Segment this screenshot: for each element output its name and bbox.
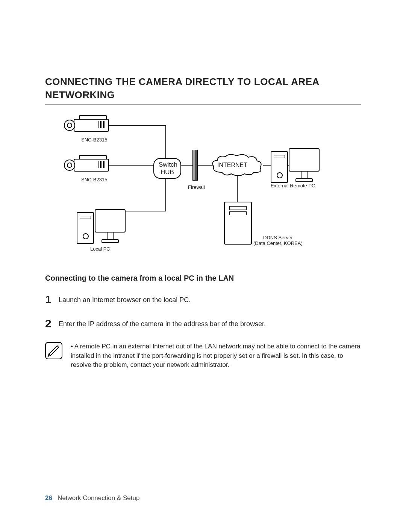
sub-heading: Connecting to the camera from a local PC… — [45, 274, 361, 283]
camera-icon — [64, 115, 109, 134]
topology-diagram: Switch HUB INTERNET SNC-B2315 SNC-B2315 … — [60, 112, 316, 255]
footer-section: Network Connection & Setup — [56, 494, 139, 502]
local-pc-icon — [77, 209, 126, 243]
ddns-server-icon — [224, 202, 252, 245]
title-divider — [45, 104, 361, 105]
page-number: 26 — [45, 494, 52, 502]
step-number: 1 — [45, 294, 59, 305]
external-pc-label: External Remote PC — [271, 183, 315, 188]
camera-label: SNC-B2315 — [81, 137, 107, 143]
external-pc-icon — [271, 148, 320, 182]
internet-label: INTERNET — [217, 162, 247, 169]
step-number: 2 — [45, 318, 59, 329]
switch-hub-box: Switch HUB — [153, 158, 181, 179]
camera-label: SNC-B2315 — [81, 177, 107, 182]
camera-icon — [64, 155, 109, 174]
note-icon — [45, 342, 62, 359]
step-item: 1 Launch an Internet browser on the loca… — [45, 294, 361, 305]
step-item: 2 Enter the IP address of the camera in … — [45, 318, 361, 329]
page-footer: 26_ Network Connection & Setup — [45, 494, 139, 502]
local-pc-label: Local PC — [90, 246, 110, 252]
step-text: Launch an Internet browser on the local … — [59, 294, 191, 304]
firewall-label: Firewall — [188, 184, 205, 190]
page-title: CONNECTING THE CAMERA DIRECTLY TO LOCAL … — [45, 75, 361, 102]
firewall-icon — [192, 150, 198, 181]
ddns-label: DDNS Server (Data Center, KOREA) — [253, 235, 303, 246]
note-block: A remote PC in an external Internet out … — [45, 342, 361, 370]
step-text: Enter the IP address of the camera in th… — [59, 318, 266, 328]
note-text: A remote PC in an external Internet out … — [71, 342, 361, 370]
